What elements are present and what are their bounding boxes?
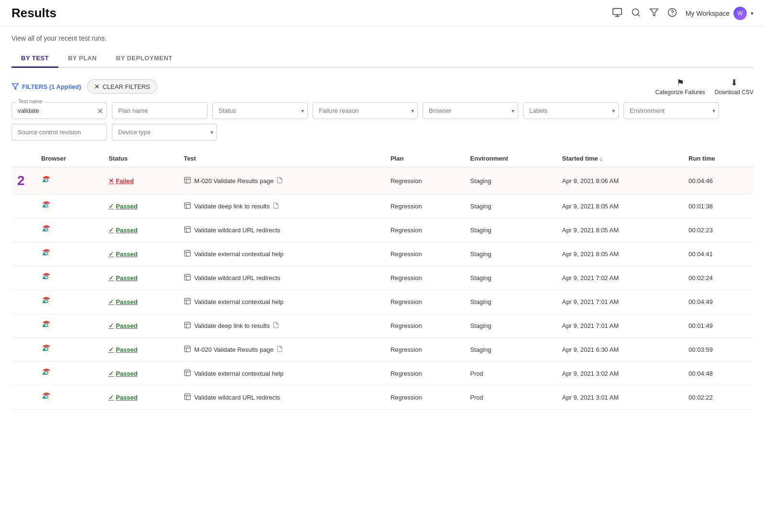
plan-cell: Regression — [385, 314, 465, 338]
doc-icon — [273, 322, 279, 330]
status-passed-link[interactable]: ✓ Passed — [109, 203, 172, 210]
test-name: Validate external contextual help — [194, 250, 284, 258]
avatar: W — [733, 7, 747, 20]
table-row: 2 ✕ Failed M-020 Validate Results page R… — [11, 167, 754, 195]
svg-rect-20 — [185, 203, 190, 208]
doc-icon — [273, 202, 279, 210]
test-cell: Validate wildcard URL redirects — [178, 386, 385, 410]
workspace-button[interactable]: My Workspace W ▾ — [686, 7, 754, 20]
test-name-filter: Test name ✕ — [11, 102, 107, 119]
tab-by-deployment[interactable]: BY DEPLOYMENT — [107, 50, 182, 68]
tab-by-test[interactable]: BY TEST — [11, 50, 58, 68]
download-csv-button[interactable]: ⬇ Download CSV — [715, 77, 754, 96]
page-content: View all of your recent test runs. BY TE… — [0, 27, 765, 417]
svg-rect-13 — [185, 177, 190, 183]
test-cell: Validate deep link to results — [178, 314, 385, 338]
status-passed-link[interactable]: ✓ Passed — [109, 346, 172, 353]
status-passed-link[interactable]: ✓ Passed — [109, 394, 172, 401]
run-time-cell: 00:04:41 — [683, 242, 754, 266]
started-time-cell: Apr 9, 2021 3:02 AM — [556, 362, 683, 386]
table-row: ✓ Passed Validate external contextual he… — [11, 362, 754, 386]
browser-cell — [35, 386, 103, 410]
table-row: ✓ Passed M-020 Validate Results page Reg… — [11, 338, 754, 362]
row-number-cell — [11, 290, 35, 314]
status-passed-link[interactable]: ✓ Passed — [109, 322, 172, 329]
environment-cell: Prod — [464, 362, 556, 386]
test-icon — [184, 393, 191, 402]
row-number-cell — [11, 338, 35, 362]
filter-icon[interactable] — [649, 8, 659, 19]
browser-cell — [35, 167, 103, 195]
workspace-label: My Workspace — [686, 10, 730, 17]
clear-filters-button[interactable]: ✕ CLEAR FILTERS — [87, 79, 157, 94]
status-passed-link[interactable]: ✓ Passed — [109, 250, 172, 258]
row-number-cell — [11, 362, 35, 386]
browser-select[interactable]: Browser — [423, 102, 518, 119]
test-name-input[interactable] — [11, 102, 107, 119]
environment-cell: Staging — [464, 338, 556, 362]
page-title: Results — [11, 6, 56, 21]
test-cell: Validate external contextual help — [178, 290, 385, 314]
flag-icon: ⚑ — [677, 77, 684, 88]
table-row: ✓ Passed Validate deep link to results R… — [11, 195, 754, 218]
test-name-clear-button[interactable]: ✕ — [97, 106, 103, 115]
svg-point-47 — [45, 300, 48, 303]
failure-reason-select[interactable]: Failure reason — [313, 102, 418, 119]
svg-line-4 — [638, 14, 640, 16]
status-passed-link[interactable]: ✓ Passed — [109, 298, 172, 305]
help-icon[interactable] — [667, 8, 677, 19]
labels-select[interactable]: Labels — [523, 102, 619, 119]
status-filter: Status ▾ — [212, 102, 308, 119]
col-header-started-time[interactable]: Started time ↓ — [556, 150, 683, 167]
status-cell: ✓ Passed — [103, 266, 178, 290]
started-time-cell: Apr 9, 2021 7:01 AM — [556, 314, 683, 338]
categorize-failures-button[interactable]: ⚑ Categorize Failures — [656, 77, 705, 96]
status-cell: ✓ Passed — [103, 386, 178, 410]
test-icon — [184, 202, 191, 211]
started-time-cell: Apr 9, 2021 8:05 AM — [556, 195, 683, 218]
environment-cell: Staging — [464, 266, 556, 290]
plan-name-input[interactable] — [112, 102, 208, 119]
run-time-cell: 00:01:38 — [683, 195, 754, 218]
filters-left: FILTERS (1 Applied) ✕ CLEAR FILTERS — [11, 79, 157, 94]
test-name-float-label: Test name — [16, 98, 44, 104]
clear-filters-x-icon: ✕ — [94, 83, 100, 90]
status-failed-link[interactable]: ✕ Failed — [109, 177, 172, 185]
status-passed-link[interactable]: ✓ Passed — [109, 274, 172, 282]
results-table: Browser Status Test Plan Environment Sta… — [11, 150, 754, 410]
row-number-cell — [11, 386, 35, 410]
environment-filter: Environment ▾ — [623, 102, 719, 119]
status-select[interactable]: Status — [212, 102, 308, 119]
browser-cell — [35, 314, 103, 338]
test-name: Validate external contextual help — [194, 298, 284, 305]
svg-point-26 — [45, 228, 48, 231]
test-icon — [184, 321, 191, 330]
svg-point-19 — [45, 205, 48, 207]
status-passed-link[interactable]: ✓ Passed — [109, 227, 172, 234]
svg-rect-48 — [185, 298, 190, 304]
search-icon[interactable] — [631, 8, 641, 19]
plan-cell: Regression — [385, 195, 465, 218]
tab-by-plan[interactable]: BY PLAN — [58, 50, 106, 68]
filters-label-text: FILTERS (1 Applied) — [22, 83, 81, 90]
device-type-select[interactable]: Device type — [112, 124, 217, 141]
monitor-icon[interactable] — [612, 7, 623, 19]
environment-cell: Staging — [464, 218, 556, 242]
run-time-cell: 00:02:22 — [683, 386, 754, 410]
header-actions: My Workspace W ▾ — [612, 7, 754, 20]
run-time-cell: 00:03:59 — [683, 338, 754, 362]
source-control-filter — [11, 124, 107, 141]
environment-select[interactable]: Environment — [623, 102, 719, 119]
status-passed-link[interactable]: ✓ Passed — [109, 370, 172, 377]
test-icon — [184, 226, 191, 235]
row-number-cell — [11, 314, 35, 338]
labels-filter: Labels ▾ — [523, 102, 619, 119]
browser-cell — [35, 362, 103, 386]
source-control-input[interactable] — [11, 124, 107, 141]
started-time-cell: Apr 9, 2021 8:06 AM — [556, 167, 683, 195]
clear-filters-label: CLEAR FILTERS — [103, 83, 150, 90]
started-time-cell: Apr 9, 2021 6:30 AM — [556, 338, 683, 362]
test-name: M-020 Validate Results page — [194, 346, 273, 353]
tabs: BY TEST BY PLAN BY DEPLOYMENT — [11, 50, 754, 68]
filters-toggle[interactable]: FILTERS (1 Applied) — [11, 83, 81, 90]
